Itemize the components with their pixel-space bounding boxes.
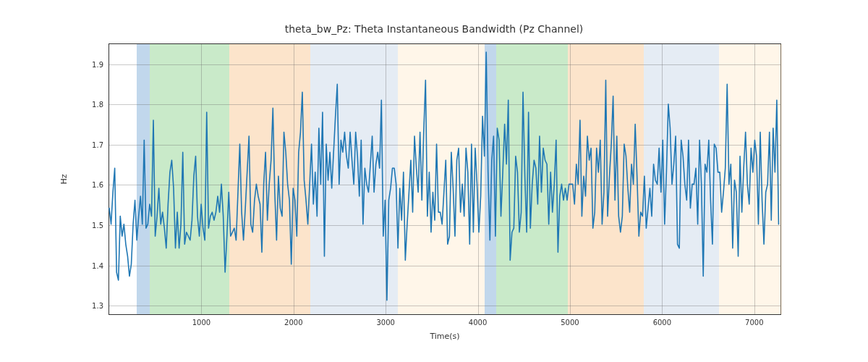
- xtick-label: 1000: [192, 319, 210, 327]
- xtick-label: 2000: [284, 319, 302, 327]
- xtick-label: 5000: [561, 319, 579, 327]
- xtick-label: 4000: [469, 319, 487, 327]
- ytick-label: 1.9: [92, 60, 103, 68]
- xtick-label: 6000: [653, 319, 671, 327]
- ytick-label: 1.8: [92, 101, 103, 109]
- xtick-label: 7000: [745, 319, 763, 327]
- figure: theta_bw_Pz: Theta Instantaneous Bandwid…: [0, 0, 868, 362]
- ytick-label: 1.5: [92, 222, 103, 230]
- ytick-label: 1.6: [92, 181, 103, 189]
- ytick-label: 1.4: [92, 261, 103, 269]
- ytick-label: 1.3: [92, 302, 103, 310]
- ytick-label: 1.7: [92, 140, 103, 148]
- xtick-label: 3000: [376, 319, 394, 327]
- chart-title: theta_bw_Pz: Theta Instantaneous Bandwid…: [0, 23, 868, 35]
- chart-axes: 1.31.41.51.61.71.81.91000200030004000500…: [109, 43, 781, 315]
- line-series: [109, 44, 780, 314]
- chart-xlabel: Time(s): [109, 332, 781, 341]
- chart-ylabel: Hz: [59, 43, 74, 315]
